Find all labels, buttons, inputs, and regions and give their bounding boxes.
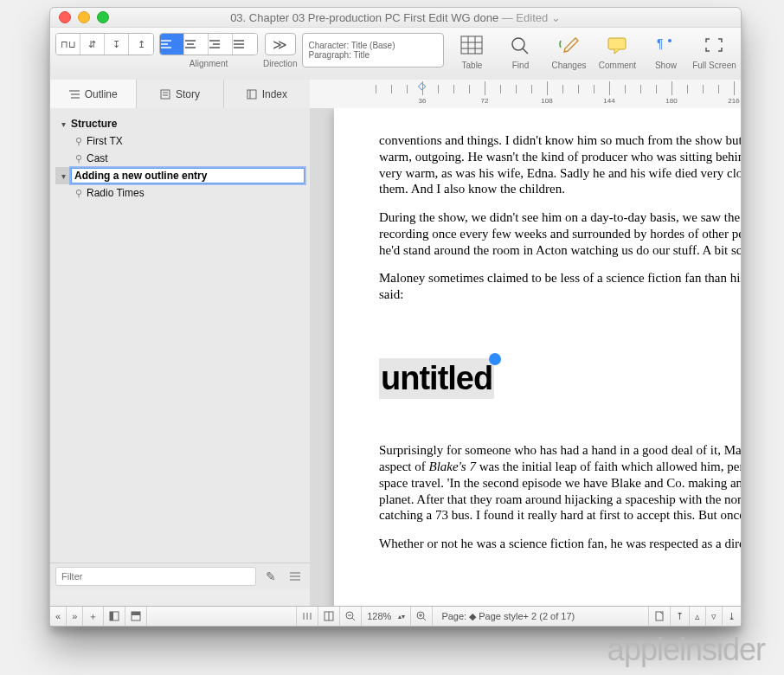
tab-index[interactable]: Index xyxy=(224,80,310,108)
toolbar-right: Table Find Changes Comment xyxy=(449,33,736,70)
svg-point-17 xyxy=(512,38,524,50)
list-options-icon[interactable] xyxy=(286,568,305,585)
zoom-out-button[interactable] xyxy=(340,607,362,626)
add-button[interactable]: ＋ xyxy=(83,607,104,626)
view-mode-4[interactable]: ↥ xyxy=(129,34,153,55)
stepper-down-icon[interactable]: ⤓ xyxy=(723,607,741,626)
stepper-icon[interactable]: ▴▾ xyxy=(398,613,405,620)
view-layout-btn-2[interactable] xyxy=(318,607,340,626)
view-mode-2[interactable]: ⇵ xyxy=(80,34,105,55)
toolbar: ⊓⊔ ⇵ ↧ ↥ Alignm xyxy=(50,28,741,86)
tab-story-label: Story xyxy=(176,88,200,100)
nav-next-fast-button[interactable]: » xyxy=(67,607,83,626)
horizontal-ruler[interactable]: ◇3672108144180216 xyxy=(310,80,741,109)
body-paragraph: Surprisingly for someone who has had a h… xyxy=(379,442,741,524)
ruler-tick-label: 36 xyxy=(419,97,427,105)
view-layout-btn-1[interactable] xyxy=(297,607,318,626)
svg-line-18 xyxy=(523,48,528,54)
show-label: Show xyxy=(655,61,677,70)
heading-untitled[interactable]: untitled xyxy=(379,332,741,426)
svg-text:¶: ¶ xyxy=(657,36,664,50)
zoom-window-button[interactable] xyxy=(97,11,109,23)
sidebar-toggle-2[interactable] xyxy=(125,607,147,626)
comment-icon[interactable] xyxy=(596,33,638,57)
svg-rect-36 xyxy=(132,612,140,615)
table-label: Table xyxy=(462,61,483,70)
paragraph-style-label: Paragraph: Title xyxy=(308,50,438,60)
zoom-in-button[interactable] xyxy=(411,607,433,626)
outline-entry-input[interactable] xyxy=(71,168,305,183)
body-paragraph: Whether or not he was a science fiction … xyxy=(379,536,741,552)
page-indicator[interactable]: Page: ◆ Page style+ 2 (2 of 17) xyxy=(433,607,649,626)
disclosure-triangle-icon[interactable]: ▾ xyxy=(59,119,67,129)
alignment-label: Alignment xyxy=(190,59,228,68)
window-title: 03. Chapter 03 Pre-production PC First E… xyxy=(50,11,741,24)
changes-icon[interactable] xyxy=(548,33,589,57)
stepper-prev-icon[interactable]: ▵ xyxy=(690,607,706,626)
tab-story[interactable]: Story xyxy=(137,80,223,108)
ruler-tick-label: 180 xyxy=(665,97,677,105)
tree-item-cast[interactable]: ⚲ Cast xyxy=(55,150,305,167)
fullscreen-icon[interactable] xyxy=(693,33,735,57)
title-bar: 03. Chapter 03 Pre-production PC First E… xyxy=(50,8,741,28)
align-center-button[interactable] xyxy=(184,34,209,55)
svg-rect-12 xyxy=(461,36,482,54)
watermark-text: appleinsider xyxy=(607,632,765,668)
align-right-button[interactable] xyxy=(209,34,233,55)
view-mode-segmented[interactable]: ⊓⊔ ⇵ ↧ ↥ xyxy=(55,33,154,55)
title-menu-chevron-icon[interactable]: ⌄ xyxy=(551,11,561,24)
tree-item-radio-times[interactable]: ⚲ Radio Times xyxy=(55,184,305,202)
direction-label: Direction xyxy=(263,59,297,68)
minimize-window-button[interactable] xyxy=(78,11,90,23)
align-left-button[interactable] xyxy=(160,34,184,55)
document-viewport[interactable]: conventions and things. I didn't know hi… xyxy=(310,108,741,607)
view-mode-1[interactable]: ⊓⊔ xyxy=(56,34,80,55)
status-spacer-left xyxy=(147,607,297,626)
show-icon[interactable]: ¶ xyxy=(645,33,686,57)
align-justify-button[interactable] xyxy=(233,34,257,55)
ruler-tick-label: 144 xyxy=(603,97,614,105)
filter-input[interactable] xyxy=(55,567,256,586)
tree-item-label: Cast xyxy=(87,152,108,164)
svg-point-21 xyxy=(668,39,672,42)
svg-line-43 xyxy=(352,618,355,620)
app-window: 03. Chapter 03 Pre-production PC First E… xyxy=(49,7,742,627)
view-mode-3[interactable]: ↧ xyxy=(105,34,129,55)
pin-icon: ⚲ xyxy=(74,153,83,164)
close-window-button[interactable] xyxy=(59,11,71,23)
tree-item-label: First TX xyxy=(87,135,123,147)
tree-item-label: Radio Times xyxy=(87,187,145,199)
sidebar-tabs: Outline Story Index xyxy=(50,80,310,109)
find-icon[interactable] xyxy=(499,33,541,57)
direction-button[interactable]: ≫ xyxy=(265,33,296,55)
nav-prev-fast-button[interactable]: « xyxy=(50,607,67,626)
stepper-next-icon[interactable]: ▿ xyxy=(706,607,723,626)
svg-rect-25 xyxy=(161,90,170,99)
pin-icon: ⚲ xyxy=(74,136,83,147)
table-icon[interactable] xyxy=(451,33,492,57)
text-caret-handle-icon[interactable] xyxy=(489,353,501,365)
ruler-tick-label: 72 xyxy=(481,97,489,105)
document-title: 03. Chapter 03 Pre-production PC First E… xyxy=(230,11,498,24)
pin-icon: ⚲ xyxy=(74,188,83,199)
sidebar-toggle-1[interactable] xyxy=(104,607,125,626)
direction-group: ≫ Direction xyxy=(263,33,297,68)
tree-root[interactable]: ▾ Structure xyxy=(55,115,305,132)
alignment-group: Alignment xyxy=(159,33,258,68)
disclosure-triangle-icon[interactable]: ▾ xyxy=(59,171,67,181)
tree-item-editing[interactable]: ▾ xyxy=(55,167,305,184)
body-paragraph: conventions and things. I didn't know hi… xyxy=(379,132,741,197)
stepper-up-icon[interactable]: ⤒ xyxy=(671,607,690,626)
style-well[interactable]: Character: Title (Base) Paragraph: Title xyxy=(302,33,444,68)
page-nav-icon[interactable] xyxy=(649,607,671,626)
index-tab-icon xyxy=(247,89,257,100)
tab-outline[interactable]: Outline xyxy=(50,80,137,108)
pencil-icon[interactable]: ✎ xyxy=(261,568,280,585)
fullscreen-label: Full Screen xyxy=(692,61,736,70)
find-label: Find xyxy=(512,61,529,70)
svg-rect-28 xyxy=(247,90,256,99)
edited-indicator: — Edited xyxy=(502,11,548,24)
zoom-value[interactable]: 128%▴▾ xyxy=(362,607,411,626)
tree-item-first-tx[interactable]: ⚲ First TX xyxy=(55,132,305,150)
alignment-segmented[interactable] xyxy=(159,33,258,55)
